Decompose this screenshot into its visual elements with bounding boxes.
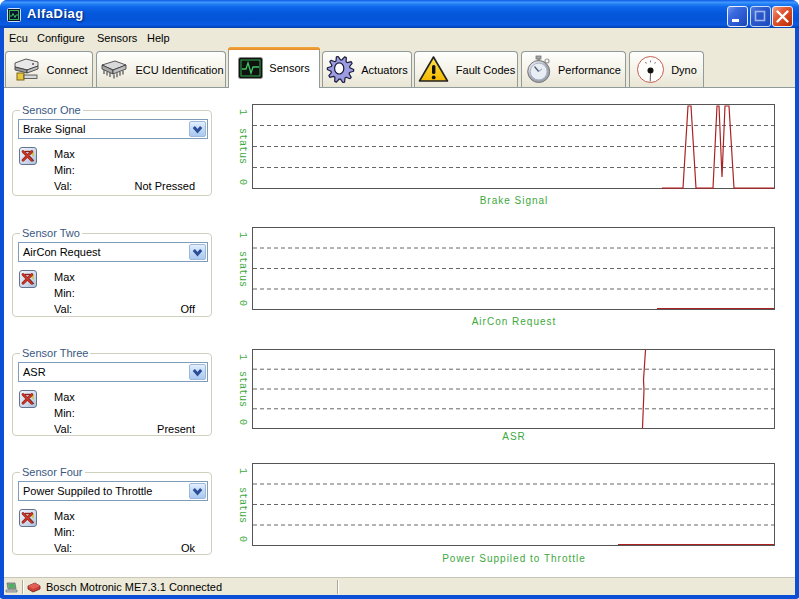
svg-text:0: 0 <box>237 179 248 185</box>
svg-text:status: status <box>237 371 248 407</box>
svg-text:status: status <box>237 128 248 164</box>
svg-text:0: 0 <box>237 300 248 306</box>
svg-text:status: status <box>237 487 248 523</box>
svg-text:1: 1 <box>237 354 248 360</box>
svg-text:status: status <box>237 251 248 287</box>
svg-text:0: 0 <box>237 536 248 542</box>
svg-text:1: 1 <box>237 468 248 474</box>
svg-text:0: 0 <box>237 419 248 425</box>
svg-text:1: 1 <box>237 109 248 115</box>
svg-text:1: 1 <box>237 232 248 238</box>
